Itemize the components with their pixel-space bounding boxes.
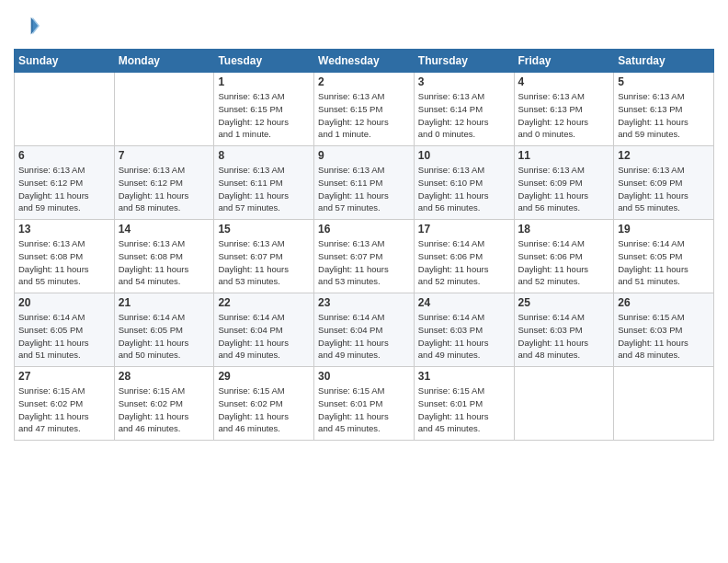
day-number: 19 [618,223,710,236]
col-header-saturday: Saturday [614,50,714,73]
day-info: Sunrise: 6:13 AM Sunset: 6:12 PM Dayligh… [119,164,210,214]
day-info: Sunrise: 6:13 AM Sunset: 6:08 PM Dayligh… [18,237,110,288]
day-info: Sunrise: 6:14 AM Sunset: 6:03 PM Dayligh… [418,311,510,362]
day-number: 29 [218,370,310,383]
day-number: 3 [418,75,510,88]
col-header-sunday: Sunday [15,50,115,73]
day-number: 31 [418,370,510,383]
calendar-cell: 11Sunrise: 6:13 AM Sunset: 6:09 PM Dayli… [514,146,614,220]
calendar-cell: 3Sunrise: 6:13 AM Sunset: 6:14 PM Daylig… [414,73,514,146]
day-info: Sunrise: 6:14 AM Sunset: 6:05 PM Dayligh… [18,311,110,362]
day-number: 17 [418,223,510,236]
day-info: Sunrise: 6:14 AM Sunset: 6:03 PM Dayligh… [518,311,610,362]
day-info: Sunrise: 6:14 AM Sunset: 6:04 PM Dayligh… [318,311,410,362]
day-info: Sunrise: 6:13 AM Sunset: 6:11 PM Dayligh… [218,164,310,214]
day-info: Sunrise: 6:13 AM Sunset: 6:09 PM Dayligh… [518,164,610,214]
logo-icon [14,14,40,40]
calendar-cell: 19Sunrise: 6:14 AM Sunset: 6:05 PM Dayli… [614,220,714,293]
calendar-cell: 16Sunrise: 6:13 AM Sunset: 6:07 PM Dayli… [314,220,415,293]
day-number: 10 [418,149,510,162]
calendar-cell: 9Sunrise: 6:13 AM Sunset: 6:11 PM Daylig… [314,146,415,220]
day-info: Sunrise: 6:15 AM Sunset: 6:01 PM Dayligh… [418,385,510,435]
day-number: 9 [318,149,410,162]
day-info: Sunrise: 6:15 AM Sunset: 6:02 PM Dayligh… [218,385,310,435]
col-header-thursday: Thursday [414,50,514,73]
calendar-cell: 8Sunrise: 6:13 AM Sunset: 6:11 PM Daylig… [214,146,314,220]
calendar-cell: 12Sunrise: 6:13 AM Sunset: 6:09 PM Dayli… [614,146,714,220]
week-row-5: 27Sunrise: 6:15 AM Sunset: 6:02 PM Dayli… [15,367,714,441]
day-number: 14 [119,223,210,236]
calendar-cell: 5Sunrise: 6:13 AM Sunset: 6:13 PM Daylig… [614,73,714,146]
day-info: Sunrise: 6:13 AM Sunset: 6:11 PM Dayligh… [318,164,410,214]
day-number: 30 [318,370,410,383]
day-info: Sunrise: 6:13 AM Sunset: 6:08 PM Dayligh… [119,237,210,288]
day-number: 18 [518,223,610,236]
day-number: 4 [518,75,610,88]
calendar-cell: 28Sunrise: 6:15 AM Sunset: 6:02 PM Dayli… [114,367,214,441]
col-header-wednesday: Wednesday [314,50,415,73]
day-number: 25 [518,296,610,309]
calendar-cell: 14Sunrise: 6:13 AM Sunset: 6:08 PM Dayli… [114,220,214,293]
calendar-cell: 18Sunrise: 6:14 AM Sunset: 6:06 PM Dayli… [514,220,614,293]
day-number: 13 [18,223,110,236]
logo [14,14,43,40]
day-number: 27 [18,370,110,383]
calendar-cell: 22Sunrise: 6:14 AM Sunset: 6:04 PM Dayli… [214,293,314,367]
calendar-cell [514,367,614,441]
week-row-1: 1Sunrise: 6:13 AM Sunset: 6:15 PM Daylig… [15,73,714,146]
day-info: Sunrise: 6:13 AM Sunset: 6:07 PM Dayligh… [318,237,410,288]
day-number: 1 [218,75,310,88]
day-info: Sunrise: 6:14 AM Sunset: 6:06 PM Dayligh… [418,237,510,288]
calendar-table: SundayMondayTuesdayWednesdayThursdayFrid… [14,49,714,441]
day-number: 12 [618,149,710,162]
day-info: Sunrise: 6:14 AM Sunset: 6:06 PM Dayligh… [518,237,610,288]
day-number: 24 [418,296,510,309]
day-number: 21 [119,296,210,309]
page-header [14,14,714,40]
day-info: Sunrise: 6:13 AM Sunset: 6:15 PM Dayligh… [318,90,410,141]
calendar-cell: 17Sunrise: 6:14 AM Sunset: 6:06 PM Dayli… [414,220,514,293]
day-number: 16 [318,223,410,236]
day-info: Sunrise: 6:15 AM Sunset: 6:01 PM Dayligh… [318,385,410,435]
day-number: 23 [318,296,410,309]
calendar-cell [15,73,115,146]
day-info: Sunrise: 6:13 AM Sunset: 6:14 PM Dayligh… [418,90,510,141]
day-info: Sunrise: 6:13 AM Sunset: 6:13 PM Dayligh… [618,90,710,141]
day-info: Sunrise: 6:14 AM Sunset: 6:04 PM Dayligh… [218,311,310,362]
day-number: 5 [618,75,710,88]
day-number: 2 [318,75,410,88]
week-row-4: 20Sunrise: 6:14 AM Sunset: 6:05 PM Dayli… [15,293,714,367]
svg-marker-1 [33,17,40,35]
calendar-cell: 2Sunrise: 6:13 AM Sunset: 6:15 PM Daylig… [314,73,415,146]
calendar-cell: 23Sunrise: 6:14 AM Sunset: 6:04 PM Dayli… [314,293,415,367]
day-info: Sunrise: 6:13 AM Sunset: 6:12 PM Dayligh… [18,164,110,214]
calendar-cell: 15Sunrise: 6:13 AM Sunset: 6:07 PM Dayli… [214,220,314,293]
day-number: 8 [218,149,310,162]
calendar-cell: 7Sunrise: 6:13 AM Sunset: 6:12 PM Daylig… [114,146,214,220]
calendar-cell: 30Sunrise: 6:15 AM Sunset: 6:01 PM Dayli… [314,367,415,441]
day-info: Sunrise: 6:14 AM Sunset: 6:05 PM Dayligh… [618,237,710,288]
calendar-cell: 27Sunrise: 6:15 AM Sunset: 6:02 PM Dayli… [15,367,115,441]
col-header-friday: Friday [514,50,614,73]
day-info: Sunrise: 6:13 AM Sunset: 6:13 PM Dayligh… [518,90,610,141]
calendar-cell: 29Sunrise: 6:15 AM Sunset: 6:02 PM Dayli… [214,367,314,441]
calendar-cell: 25Sunrise: 6:14 AM Sunset: 6:03 PM Dayli… [514,293,614,367]
calendar-cell: 10Sunrise: 6:13 AM Sunset: 6:10 PM Dayli… [414,146,514,220]
calendar-cell: 20Sunrise: 6:14 AM Sunset: 6:05 PM Dayli… [15,293,115,367]
day-info: Sunrise: 6:13 AM Sunset: 6:10 PM Dayligh… [418,164,510,214]
day-number: 15 [218,223,310,236]
day-number: 11 [518,149,610,162]
calendar-cell: 13Sunrise: 6:13 AM Sunset: 6:08 PM Dayli… [15,220,115,293]
day-number: 22 [218,296,310,309]
day-number: 28 [119,370,210,383]
day-info: Sunrise: 6:15 AM Sunset: 6:02 PM Dayligh… [18,385,110,435]
calendar-cell [114,73,214,146]
calendar-cell [614,367,714,441]
calendar-cell: 1Sunrise: 6:13 AM Sunset: 6:15 PM Daylig… [214,73,314,146]
day-info: Sunrise: 6:15 AM Sunset: 6:03 PM Dayligh… [618,311,710,362]
day-info: Sunrise: 6:13 AM Sunset: 6:09 PM Dayligh… [618,164,710,214]
col-header-monday: Monday [114,50,214,73]
day-info: Sunrise: 6:15 AM Sunset: 6:02 PM Dayligh… [119,385,210,435]
week-row-3: 13Sunrise: 6:13 AM Sunset: 6:08 PM Dayli… [15,220,714,293]
calendar-cell: 24Sunrise: 6:14 AM Sunset: 6:03 PM Dayli… [414,293,514,367]
